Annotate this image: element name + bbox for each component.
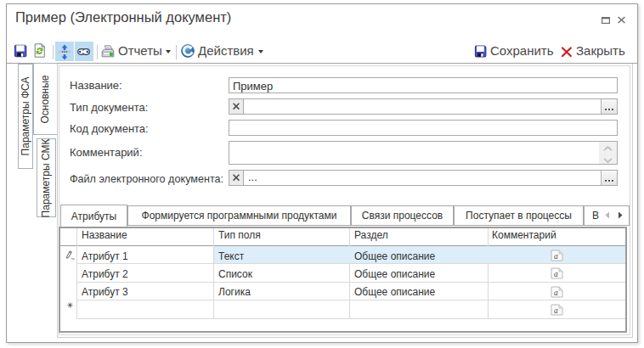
svg-text:a: a [554, 251, 558, 260]
svg-text:a: a [554, 270, 558, 278]
svg-text:a: a [554, 288, 558, 296]
svg-text:a: a [554, 306, 558, 314]
